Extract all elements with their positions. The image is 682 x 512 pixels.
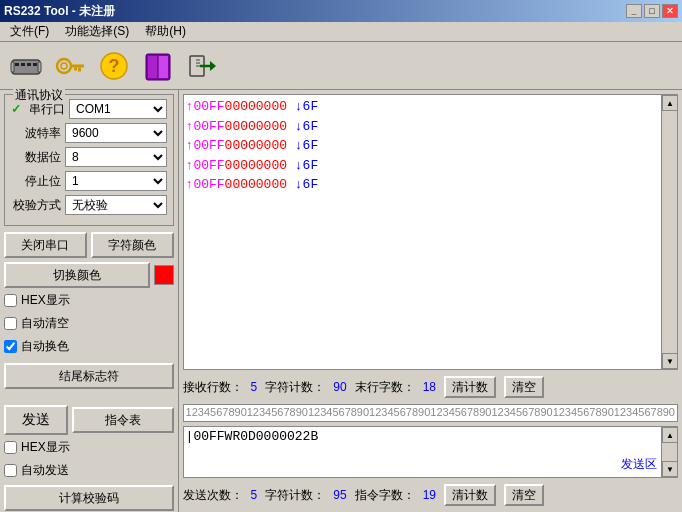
- recv-text-part: ↑00FF: [186, 177, 225, 192]
- auto-clear-label: 自动清空: [21, 315, 69, 332]
- auto-send-label: 自动发送: [21, 462, 69, 479]
- main-area: 通讯协议 ✓ 串行口 COM1 COM2 COM3 波特率 9600 11520…: [0, 90, 682, 512]
- send-scroll-up[interactable]: ▲: [662, 427, 678, 443]
- data-bits-label: 数据位: [11, 149, 61, 166]
- calc-checksum-row: 计算校验码: [4, 485, 174, 511]
- char-count-label: 字符计数：: [265, 379, 325, 396]
- switch-color-row: 切换颜色: [4, 262, 174, 288]
- svg-point-7: [57, 59, 71, 73]
- baud-rate-row: 波特率 9600 115200 57600: [11, 123, 167, 143]
- send-btn-row: 发送 指令表: [4, 405, 174, 435]
- protocol-group-title: 通讯协议: [13, 87, 65, 104]
- recv-display: ↑00FF00000000 ↓6F↑00FF00000000 ↓6F↑00FF0…: [184, 95, 661, 369]
- recv-scroll-down[interactable]: ▼: [662, 353, 678, 369]
- hex-display1-row: HEX显示: [4, 292, 174, 309]
- recv-clear-count-button[interactable]: 清计数: [444, 376, 496, 398]
- recv-btn-row: 关闭串口 字符颜色: [4, 232, 174, 258]
- protocol-group: 通讯协议 ✓ 串行口 COM1 COM2 COM3 波特率 9600 11520…: [4, 94, 174, 226]
- stop-bits-select[interactable]: 1 2: [65, 171, 167, 191]
- recv-text-part: ↓6F: [287, 119, 318, 134]
- svg-text:?: ?: [109, 56, 120, 76]
- data-bits-select[interactable]: 8 7 6: [65, 147, 167, 167]
- recv-clear-button[interactable]: 清空: [504, 376, 544, 398]
- send-clear-button[interactable]: 清空: [504, 484, 544, 506]
- parity-select[interactable]: 无校验 奇校验 偶校验: [65, 195, 167, 215]
- char-count-value: 90: [333, 380, 346, 394]
- svg-rect-16: [158, 56, 168, 78]
- recv-text-part: ↓6F: [287, 138, 318, 153]
- maximize-button[interactable]: □: [644, 4, 660, 18]
- cmd-bytes-label: 指令字数：: [355, 487, 415, 504]
- send-scrollbar[interactable]: ▲ ▼: [661, 427, 677, 477]
- send-clear-count-button[interactable]: 清计数: [444, 484, 496, 506]
- cmd-bytes-value: 19: [423, 488, 436, 502]
- question-icon[interactable]: ?: [96, 48, 132, 84]
- svg-point-8: [61, 63, 67, 69]
- menu-functions[interactable]: 功能选择(S): [57, 21, 137, 42]
- recv-wrapper: ↑00FF00000000 ↓6F↑00FF00000000 ↓6F↑00FF0…: [183, 94, 678, 370]
- auto-clear-checkbox[interactable]: [4, 317, 17, 330]
- svg-rect-10: [78, 67, 81, 71]
- minimize-button[interactable]: _: [626, 4, 642, 18]
- send-button[interactable]: 发送: [4, 405, 68, 435]
- menu-help[interactable]: 帮助(H): [137, 21, 194, 42]
- auto-newline-row: 自动换色: [4, 338, 174, 355]
- unread-label: 末行字数：: [355, 379, 415, 396]
- color-swatch: [154, 265, 174, 285]
- hex-display1-checkbox[interactable]: [4, 294, 17, 307]
- recv-text-part: ↓6F: [287, 99, 318, 114]
- right-panel: ↑00FF00000000 ↓6F↑00FF00000000 ↓6F↑00FF0…: [179, 90, 682, 512]
- close-button[interactable]: ✕: [662, 4, 678, 18]
- recv-line: ↑00FF00000000 ↓6F: [186, 97, 659, 117]
- send-wrapper: 发送区 ▲ ▼: [183, 426, 678, 478]
- recv-line: ↑00FF00000000 ↓6F: [186, 136, 659, 156]
- svg-rect-5: [11, 62, 14, 72]
- close-port-button[interactable]: 关闭串口: [4, 232, 87, 258]
- recv-line: ↑00FF00000000 ↓6F: [186, 175, 659, 195]
- recv-rows-value: 5: [251, 380, 258, 394]
- svg-rect-4: [33, 63, 37, 66]
- auto-send-checkbox[interactable]: [4, 464, 17, 477]
- svg-rect-11: [74, 67, 77, 70]
- book-icon[interactable]: [140, 48, 176, 84]
- hex-display2-checkbox[interactable]: [4, 441, 17, 454]
- exit-icon[interactable]: [184, 48, 220, 84]
- baud-rate-select[interactable]: 9600 115200 57600: [65, 123, 167, 143]
- serial-check-icon: ✓: [11, 102, 21, 116]
- auto-newline-checkbox[interactable]: [4, 340, 17, 353]
- svg-rect-15: [148, 56, 158, 78]
- connector-icon[interactable]: [8, 48, 44, 84]
- title-bar: RS232 Tool - 未注册 _ □ ✕: [0, 0, 682, 22]
- char-color-button[interactable]: 字符颜色: [91, 232, 174, 258]
- recv-text-part: ↓6F: [287, 158, 318, 173]
- svg-rect-3: [27, 63, 31, 66]
- send-scroll-down[interactable]: ▼: [662, 461, 678, 477]
- recv-rows-label: 接收行数：: [183, 379, 243, 396]
- recv-text-part: ↓6F: [287, 177, 318, 192]
- parity-row: 校验方式 无校验 奇校验 偶校验: [11, 195, 167, 215]
- send-hint: 1234567890123456789012345678901234567890…: [183, 404, 678, 422]
- cmd-table-button[interactable]: 指令表: [72, 407, 174, 433]
- unread-value: 18: [423, 380, 436, 394]
- menu-file[interactable]: 文件(F): [2, 21, 57, 42]
- recv-line: ↑00FF00000000 ↓6F: [186, 117, 659, 137]
- svg-rect-1: [15, 63, 19, 66]
- svg-rect-0: [12, 60, 40, 74]
- recv-text-part: 00000000: [225, 177, 287, 192]
- recv-status-bar: 接收行数： 5 字符计数： 90 末行字数： 18 清计数 清空: [183, 374, 678, 400]
- recv-text-part: ↑00FF: [186, 119, 225, 134]
- end-symbol-row: 结尾标志符: [4, 363, 174, 389]
- switch-color-button[interactable]: 切换颜色: [4, 262, 150, 288]
- key-icon[interactable]: [52, 48, 88, 84]
- serial-port-select[interactable]: COM1 COM2 COM3: [69, 99, 167, 119]
- data-bits-row: 数据位 8 7 6: [11, 147, 167, 167]
- recv-text-part: ↑00FF: [186, 138, 225, 153]
- menu-bar: 文件(F) 功能选择(S) 帮助(H): [0, 22, 682, 42]
- recv-scroll-up[interactable]: ▲: [662, 95, 678, 111]
- recv-scrollbar[interactable]: ▲ ▼: [661, 95, 677, 369]
- calc-checksum-button[interactable]: 计算校验码: [4, 485, 174, 511]
- stop-bits-label: 停止位: [11, 173, 61, 190]
- recv-text-part: 00000000: [225, 138, 287, 153]
- send-input[interactable]: [184, 427, 661, 477]
- end-symbol-button[interactable]: 结尾标志符: [4, 363, 174, 389]
